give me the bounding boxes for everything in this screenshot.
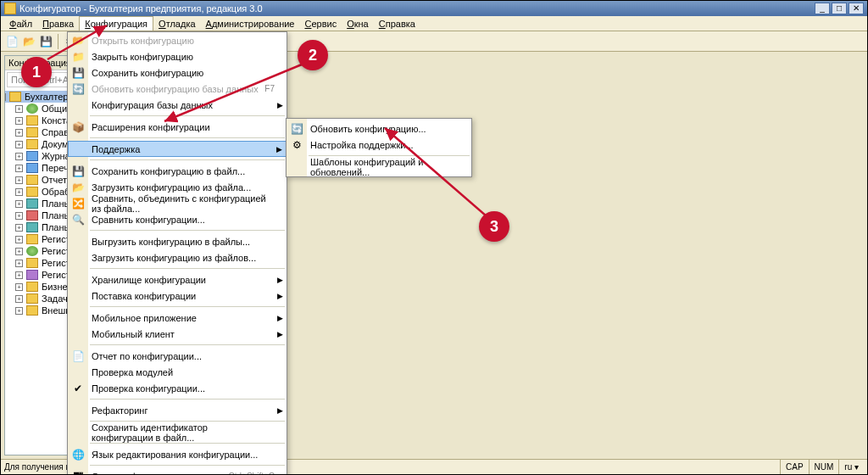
menu-item[interactable]: Мобильное приложение▶ — [68, 310, 287, 326]
minimize-button[interactable]: _ — [815, 3, 830, 14]
annotation-2: 2 — [298, 40, 328, 70]
menu-правка[interactable]: Правка — [37, 16, 79, 31]
status-num: NUM — [809, 460, 839, 474]
maximize-button[interactable]: □ — [832, 3, 847, 14]
window-titlebar: Конфигуратор - Бухгалтерия предприятия, … — [1, 1, 867, 16]
menu-item[interactable]: Загрузить конфигурацию из файлов... — [68, 249, 287, 265]
menu-item[interactable]: ✔Проверка конфигурации... — [68, 380, 287, 396]
submenu-item[interactable]: Шаблоны конфигураций и обновлений... — [287, 159, 471, 175]
menu-item[interactable]: Сохранить идентификатор конфигурации в ф… — [68, 424, 287, 440]
menu-item[interactable]: Поддержка▶ — [68, 141, 287, 157]
status-cap: CAP — [780, 460, 809, 474]
menu-item[interactable]: Проверка модулей — [68, 364, 287, 380]
menu-конфигурация[interactable]: Конфигурация — [79, 16, 153, 31]
menu-item: 📂Открыть конфигурацию — [68, 32, 287, 48]
menu-item[interactable]: Конфигурация базы данных▶ — [68, 97, 287, 113]
menu-отладка[interactable]: Отладка — [153, 16, 201, 31]
menu-item[interactable]: 🌐Язык редактирования конфигурации... — [68, 446, 287, 462]
menu-item[interactable]: 📁Закрыть конфигурацию — [68, 48, 287, 64]
menu-справка[interactable]: Справка — [374, 16, 420, 31]
menu-файл[interactable]: Файл — [4, 16, 37, 31]
submenu-item[interactable]: ⚙Настройка поддержки... — [287, 137, 471, 153]
menu-item[interactable]: 💾Сохранить конфигурацию в файл... — [68, 163, 287, 179]
menu-администрирование[interactable]: Администрирование — [201, 16, 300, 31]
annotation-1: 1 — [21, 57, 52, 87]
menu-item[interactable]: 📦Расширения конфигурации — [68, 119, 287, 135]
menu-item[interactable]: Рефакторинг▶ — [68, 402, 287, 418]
menu-item[interactable]: Мобильный клиент▶ — [68, 326, 287, 342]
support-submenu: 🔄Обновить конфигурацию...⚙Настройка подд… — [286, 118, 472, 177]
menu-item[interactable]: 📄Отчет по конфигурации... — [68, 348, 287, 364]
annotation-3: 3 — [479, 211, 509, 242]
toolbar-save-icon[interactable]: 💾 — [38, 34, 53, 49]
close-button[interactable]: ✕ — [849, 3, 864, 14]
submenu-item[interactable]: 🔄Обновить конфигурацию... — [287, 120, 471, 137]
menu-item[interactable]: 🔍Сравнить конфигурации... — [68, 211, 287, 227]
menu-item: 🔄Обновить конфигурацию базы данныхF7 — [68, 81, 287, 97]
toolbar-new-icon[interactable]: 📄 — [4, 34, 19, 49]
menu-item[interactable]: 🗔Окно конфигурацииCtrl+Shift+C — [68, 468, 287, 475]
menubar: ФайлПравкаКонфигурацияОтладкаАдминистрир… — [1, 16, 867, 31]
menu-item[interactable]: Выгрузить конфигурацию в файлы... — [68, 233, 287, 249]
menu-item[interactable]: 💾Сохранить конфигурацию — [68, 64, 287, 81]
status-lang[interactable]: ru ▾ — [838, 460, 864, 474]
menu-сервис[interactable]: Сервис — [299, 16, 342, 31]
menu-окна[interactable]: Окна — [342, 16, 374, 31]
configuration-menu-dropdown: 📂Открыть конфигурацию📁Закрыть конфигурац… — [67, 31, 287, 475]
menu-item[interactable]: 🔀Сравнить, объединить с конфигурацией из… — [68, 195, 287, 211]
window-title: Конфигуратор - Бухгалтерия предприятия, … — [19, 3, 263, 14]
menu-item[interactable]: Хранилище конфигурации▶ — [68, 271, 287, 288]
toolbar-open-icon[interactable]: 📂 — [21, 34, 36, 49]
menu-item[interactable]: Поставка конфигурации▶ — [68, 288, 287, 304]
app-icon — [4, 3, 16, 14]
